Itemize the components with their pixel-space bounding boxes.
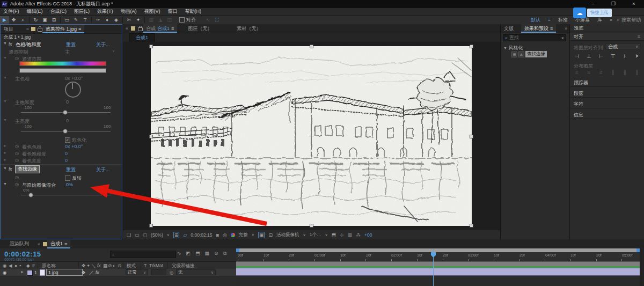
panel-menu-icon[interactable]: ≡ [78, 26, 81, 32]
layer-quality-icon[interactable]: ✥ [82, 270, 85, 275]
label-color-swatch[interactable] [27, 270, 33, 276]
menu-effect[interactable]: 效果(T) [97, 8, 113, 15]
twirl-icon[interactable]: ► [3, 151, 7, 155]
brush-tool-icon[interactable]: ✑ [93, 16, 103, 24]
tab-composition[interactable]: 合成 合成1 ≡ [143, 24, 177, 33]
stopwatch-icon[interactable]: ◷ [15, 182, 19, 187]
panel-menu-icon[interactable]: ≡ [638, 34, 640, 39]
shape-tool-icon[interactable]: ▭ [62, 16, 71, 24]
flowchart-button-icon[interactable]: ▥ [348, 232, 353, 238]
layer-fx-icon[interactable]: fx [96, 270, 99, 275]
draft-3d-icon[interactable]: ◩ [186, 251, 191, 256]
hand-tool-icon[interactable]: ✥ [9, 16, 18, 24]
reset-link[interactable]: 重置 [66, 41, 76, 48]
composition-image[interactable] [151, 46, 472, 226]
grid-guides-icon[interactable]: ▭ [135, 232, 140, 238]
eye-icon[interactable]: ◉ [3, 270, 6, 275]
pickwhip-icon[interactable]: ◎ [170, 270, 173, 275]
panel-menu-icon[interactable]: ≡ [64, 241, 67, 247]
parent-dropdown[interactable]: 无 ∨ [176, 269, 216, 275]
mask-visibility-icon[interactable]: ◻ [143, 232, 147, 238]
workspace-default[interactable]: 默认 [531, 17, 540, 24]
view-camera-value[interactable]: 活动摄像机 [276, 232, 299, 238]
param-value[interactable]: 0 [66, 118, 69, 123]
param-value[interactable]: 0 [65, 151, 68, 156]
minimize-button[interactable]: – [583, 0, 603, 8]
twirl-icon[interactable]: ► [3, 158, 7, 162]
distribute-hcenter-button[interactable]: ∥ [620, 69, 630, 76]
chevrons-left-icon[interactable]: « [126, 26, 128, 31]
pen-tool-icon[interactable]: ✎ [71, 16, 80, 24]
stopwatch-icon[interactable]: ◷ [15, 175, 19, 180]
slider-thumb[interactable] [28, 193, 33, 197]
layer-duration-bar[interactable] [236, 268, 640, 276]
menu-help[interactable]: 帮助(H) [185, 8, 202, 15]
timeline-search-field[interactable]: ⌕ [110, 251, 176, 258]
stopwatch-icon[interactable]: ◷ [15, 158, 19, 163]
clone-stamp-tool-icon[interactable]: ♦ [103, 16, 112, 24]
distribute-top-button[interactable]: ≡ [572, 69, 582, 76]
selection-handle[interactable] [149, 45, 153, 48]
blend-slider[interactable] [21, 195, 111, 195]
close-button[interactable]: × [624, 0, 644, 8]
tab-timeline-comp1[interactable]: 合成1 ≡ [47, 240, 70, 248]
blend-mode-dropdown[interactable]: 正常 ∨ [126, 269, 148, 275]
panel-header-character[interactable]: 字符 [570, 100, 644, 108]
lock-icon[interactable] [138, 27, 143, 31]
trkmat-column[interactable]: TrkMat [149, 263, 163, 268]
tab-effects-presets[interactable]: 效果和预设 ≡ [521, 24, 556, 33]
tab-layer[interactable]: 图层（无） [185, 24, 215, 33]
timeline-navigator[interactable] [236, 248, 640, 252]
magnification-value[interactable]: (50%) [151, 232, 163, 238]
twirl-icon[interactable]: ► [20, 270, 24, 274]
trkmat-cell[interactable] [151, 269, 166, 275]
snapping-checkbox-icon[interactable] [179, 17, 185, 23]
hue-dial[interactable] [65, 82, 81, 98]
channels-icon[interactable] [231, 233, 235, 237]
lock-icon[interactable] [38, 28, 42, 32]
menu-edit[interactable]: 编辑(E) [27, 8, 43, 15]
lightness-slider[interactable] [21, 131, 111, 131]
snapping-toggle[interactable]: 对齐 [179, 17, 196, 24]
selection-handle[interactable] [310, 224, 313, 228]
twirl-icon[interactable]: ▼ [3, 76, 7, 79]
param-value[interactable]: 0 [66, 99, 69, 105]
chevrons-left-icon[interactable]: « [26, 26, 29, 32]
time-ruler[interactable]: 00f 10f 20f 01:00f 10f 20f 02:00f 10f 20… [236, 252, 640, 262]
type-tool-icon[interactable]: T [80, 16, 90, 24]
pan-behind-tool-icon[interactable]: ⊞ [49, 16, 58, 24]
fx-badge-icon[interactable]: fx [9, 41, 12, 47]
selection-handle[interactable] [149, 135, 153, 138]
region-of-interest-icon[interactable]: ⊞ [173, 232, 180, 238]
layer-name[interactable]: 1.jpg [46, 269, 83, 276]
layer-row-1[interactable]: ◉ ► 1 1.jpg ✥ ／ fx 正常 ∨ ◎ 无 ∨ [0, 269, 236, 276]
distribute-vcenter-button[interactable]: ≡ [584, 69, 594, 76]
snap-option-2-icon[interactable]: ⛶ [213, 16, 222, 24]
menu-composition[interactable]: 合成(C) [50, 8, 67, 15]
align-top-button[interactable]: ⊤ [608, 53, 618, 60]
chevron-down-icon[interactable]: ∨ [325, 233, 327, 237]
twirl-icon[interactable]: ▼ [3, 56, 7, 60]
selection-handle[interactable] [470, 135, 473, 138]
chevron-down-icon[interactable]: ∨ [252, 233, 254, 237]
search-help[interactable]: ⌕ 搜索帮助 [617, 17, 641, 24]
reset-exposure-icon[interactable]: ⁂ [356, 232, 361, 238]
channel-dropdown[interactable]: 主 [65, 49, 70, 56]
effect-row-find-edges[interactable]: ▼ fx 查找边缘 重置 关于... [1, 166, 122, 173]
stopwatch-icon[interactable]: ◷ [15, 144, 19, 149]
camera-wireframe-icon[interactable]: ⊡ [268, 232, 273, 238]
resolution-value[interactable]: 完整 [239, 232, 248, 238]
invert-checkbox[interactable] [65, 175, 70, 181]
panel-divider[interactable] [500, 24, 501, 239]
timeline-button-icon[interactable]: ⊹ [340, 232, 344, 238]
effect-item-find-edges[interactable]: ▦ ◭ 查找边缘 [511, 51, 547, 57]
workspace-menu-icon[interactable]: ≡ [548, 18, 551, 23]
menu-animation[interactable]: 动画(A) [121, 8, 137, 15]
menu-file[interactable]: 文件(F) [3, 8, 19, 15]
effects-search-field[interactable]: ⌕ 查找 × [503, 34, 566, 41]
panel-header-preview[interactable]: 预览 [570, 24, 644, 32]
param-value[interactable]: 0x +0.0° [65, 76, 83, 81]
selection-handle[interactable] [149, 224, 153, 228]
viewer-tab-comp1[interactable]: 合成1 [129, 33, 155, 42]
selection-handle[interactable] [470, 224, 473, 228]
